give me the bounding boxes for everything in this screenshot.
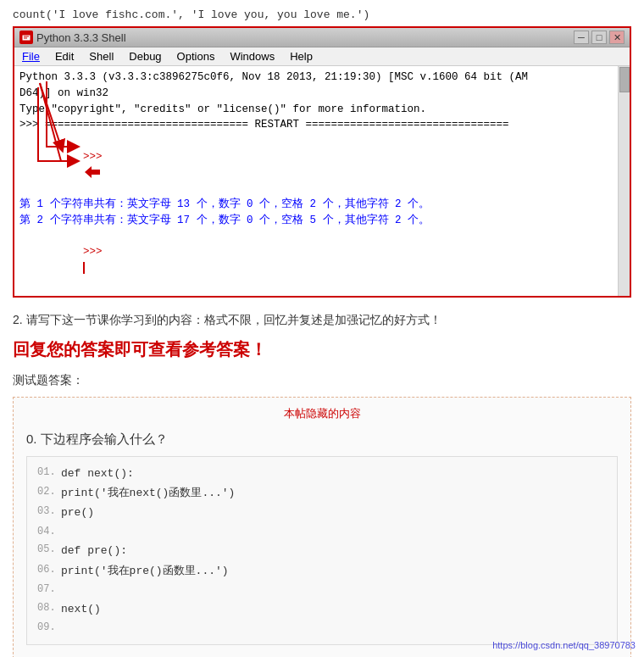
code-text-7: next() bbox=[61, 599, 101, 619]
menu-help[interactable]: Help bbox=[286, 49, 317, 64]
top-code-line: count('I love fishc.com.', 'I love you, … bbox=[13, 8, 631, 21]
code-text-5: print('我在pre()函数里...') bbox=[61, 561, 229, 581]
titlebar-left: Python 3.3.3 Shell bbox=[19, 31, 126, 44]
close-button[interactable]: ✕ bbox=[609, 31, 625, 44]
lineno-5: 06. bbox=[37, 561, 61, 581]
shell-icon bbox=[19, 31, 33, 44]
code-row-4: 05. def pre(): bbox=[37, 541, 607, 560]
watermark: https://blog.csdn.net/qq_38970783 bbox=[492, 640, 636, 650]
code-row-3: 04. bbox=[37, 523, 607, 542]
shell-title: Python 3.3.3 Shell bbox=[36, 31, 126, 44]
shell-window: Python 3.3.3 Shell ─ □ ✕ File Edit Shell… bbox=[13, 26, 631, 298]
lineno-6: 07. bbox=[37, 581, 61, 599]
menu-windows[interactable]: Windows bbox=[225, 49, 279, 64]
code-row-8: 09. bbox=[37, 619, 607, 638]
menu-options[interactable]: Options bbox=[173, 49, 219, 64]
menu-shell[interactable]: Shell bbox=[85, 49, 118, 64]
svg-marker-3 bbox=[85, 166, 100, 178]
lineno-0: 01. bbox=[37, 464, 61, 483]
shell-line-0: Python 3.3.3 (v3.3.3:c3896275c0f6, Nov 1… bbox=[19, 70, 613, 86]
code-block: 01. def next(): 02. print('我在next()函数里..… bbox=[26, 456, 618, 645]
code-row-5: 06. print('我在pre()函数里...') bbox=[37, 561, 607, 581]
code-row-7: 08. next() bbox=[37, 599, 607, 619]
shell-line-5: 第 1 个字符串共有：英文字母 13 个，数字 0 个，空格 2 个，其他字符 … bbox=[19, 197, 613, 213]
code-text-0: def next(): bbox=[61, 464, 134, 483]
prompt-icon: >>> bbox=[83, 151, 103, 163]
shell-titlebar: Python 3.3.3 Shell ─ □ ✕ bbox=[14, 28, 630, 47]
shell-line-7: >>> bbox=[19, 229, 613, 292]
code-row-0: 01. def next(): bbox=[37, 464, 607, 483]
titlebar-controls: ─ □ ✕ bbox=[574, 31, 625, 44]
menu-edit[interactable]: Edit bbox=[51, 49, 78, 64]
lineno-3: 04. bbox=[37, 523, 61, 542]
code-row-2: 03. pre() bbox=[37, 503, 607, 522]
code-text-2: pre() bbox=[61, 503, 94, 522]
page-wrapper: count('I love fishc.com.', 'I love you, … bbox=[0, 0, 644, 657]
lineno-2: 03. bbox=[37, 503, 61, 522]
lineno-8: 09. bbox=[37, 619, 61, 638]
shell-line-2: Type "copyright", "credits" or "license(… bbox=[19, 102, 613, 118]
section2-text: 2. 请写下这一节课你学习到的内容：格式不限，回忆并复述是加强记忆的好方式！ bbox=[13, 313, 631, 328]
minimize-button[interactable]: ─ bbox=[574, 31, 589, 44]
lineno-4: 05. bbox=[37, 541, 61, 560]
menu-debug[interactable]: Debug bbox=[125, 49, 165, 64]
shell-line-1: D64)] on win32 bbox=[19, 86, 613, 102]
shell-output: Python 3.3.3 (v3.3.3:c3896275c0f6, Nov 1… bbox=[14, 66, 630, 296]
shell-line-3: >>> ================================ RES… bbox=[19, 117, 613, 133]
shell-line-6: 第 2 个字符串共有：英文字母 17 个，数字 0 个，空格 5 个，其他字符 … bbox=[19, 213, 613, 229]
lineno-7: 08. bbox=[37, 599, 61, 619]
code-row-6: 07. bbox=[37, 581, 607, 599]
shell-content-area: Python 3.3.3 (v3.3.3:c3896275c0f6, Nov 1… bbox=[14, 66, 630, 296]
reply-prompt: 回复您的答案即可查看参考答案！ bbox=[13, 338, 631, 361]
shell-line-4: >>> bbox=[19, 133, 613, 197]
shell-menubar: File Edit Shell Debug Options Windows He… bbox=[14, 47, 630, 66]
lineno-1: 02. bbox=[37, 483, 61, 503]
scrollbar-thumb[interactable] bbox=[619, 67, 630, 92]
test-answer-label: 测试题答案： bbox=[13, 373, 631, 388]
code-text-1: print('我在next()函数里...') bbox=[61, 483, 235, 503]
shell-scrollbar[interactable] bbox=[618, 66, 630, 296]
code-text-4: def pre(): bbox=[61, 541, 127, 560]
code-row-1: 02. print('我在next()函数里...') bbox=[37, 483, 607, 503]
question-title: 0. 下边程序会输入什么？ bbox=[26, 432, 618, 448]
restore-button[interactable]: □ bbox=[591, 31, 607, 44]
menu-file[interactable]: File bbox=[18, 49, 44, 64]
hidden-content-title: 本帖隐藏的内容 bbox=[26, 406, 618, 421]
hidden-content-box: 本帖隐藏的内容 0. 下边程序会输入什么？ 01. def next(): 02… bbox=[13, 397, 631, 658]
